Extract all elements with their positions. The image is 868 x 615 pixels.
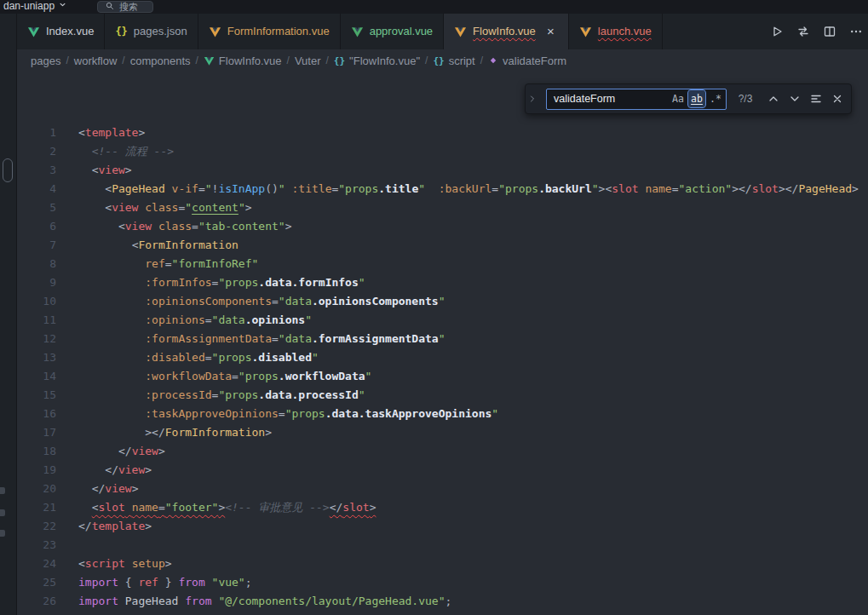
line-number[interactable]: 9 [17,273,56,292]
code-line[interactable]: 21 <slot name="footer"><!-- 审批意见 --></sl… [17,498,868,517]
code-text: <script setup> [56,555,172,573]
tab-pages-json[interactable]: {}pages.json [105,14,198,49]
main-area: Index.vue{}pages.jsonFormInformation.vue… [0,14,868,615]
code-text: import PageHead from "@/components/layou… [56,592,451,611]
line-number[interactable]: 22 [17,517,56,536]
breadcrumb-separator: / [425,55,428,66]
line-number[interactable]: 19 [17,461,56,480]
tab-launch-vue[interactable]: launch.vue [569,14,663,49]
line-number[interactable]: 12 [17,330,56,348]
tab-flowinfo-vue[interactable]: FlowInfo.vue× [444,14,569,49]
line-number[interactable]: 10 [17,292,56,311]
line-number[interactable]: 7 [17,236,56,255]
line-number[interactable]: 15 [17,386,56,405]
line-number[interactable]: 14 [17,367,56,386]
code-line[interactable]: 6 <view class="tab-content"> [17,217,868,236]
line-number[interactable]: 5 [17,198,56,217]
command-center-search[interactable]: 搜索 [97,1,153,13]
code-line[interactable]: 7 <FormInformation [17,236,868,255]
line-number[interactable]: 17 [17,423,56,442]
code-line[interactable]: 26import PageHead from "@/components/lay… [17,592,868,611]
line-number[interactable]: 23 [17,536,56,555]
find-input[interactable]: validateForm Aaab.* [546,89,727,110]
line-number[interactable]: 21 [17,498,56,517]
code-line[interactable]: 9 :formInfos="props.data.formInfos" [17,273,868,292]
line-number[interactable]: 2 [17,142,56,161]
code-line[interactable]: 8 ref="formInfoRef" [17,255,868,273]
breadcrumb-label: validateForm [503,55,566,67]
find-next-button[interactable] [785,90,803,108]
breadcrumb-label: components [130,55,191,67]
code-line[interactable]: 2 <!-- 流程 --> [17,142,868,161]
find-close-button[interactable] [828,90,846,108]
open-changes-button[interactable] [794,22,813,41]
line-number[interactable]: 1 [17,124,56,142]
code-line[interactable]: 25import { ref } from "vue"; [17,573,868,592]
code-line[interactable]: 5 <view class="content"> [17,198,868,217]
activity-strip [0,14,17,615]
breadcrumb-item-validateform[interactable]: validateForm [488,55,566,67]
code-line[interactable]: 13 :disabled="props.disabled" [17,348,868,367]
code-line[interactable]: 1<template> [17,124,868,142]
run-icon [770,25,784,38]
code-text [56,536,78,555]
line-number[interactable]: 25 [17,573,56,592]
code-text: <PageHead v-if="!isInApp()" :title="prop… [56,180,859,198]
line-number[interactable]: 3 [17,161,56,180]
code-line[interactable]: 14 :workflowData="props.workflowData" [17,367,868,386]
editor-actions [759,14,868,49]
toggle-replace-icon[interactable] [526,84,539,113]
code-line[interactable]: 20 </view> [17,480,868,498]
breadcrumb-item-workflow[interactable]: workflow [74,55,118,67]
breadcrumb-item-script[interactable]: {}script [433,55,474,67]
line-number[interactable]: 24 [17,555,56,573]
line-number[interactable]: 8 [17,255,56,273]
find-in-selection-button[interactable] [807,90,825,108]
tab-label: FlowInfo.vue [473,25,536,38]
code-line[interactable]: 24<script setup> [17,555,868,573]
code-line[interactable]: 10 :opinionsComponents="data.opinionsCom… [17,292,868,311]
whole-word-toggle[interactable]: ab [688,90,705,107]
line-number[interactable]: 11 [17,311,56,330]
code-line[interactable]: 12 :formAssignmentData="data.formAssignm… [17,330,868,348]
breadcrumb-item-flowinfo-vue[interactable]: FlowInfo.vue [204,55,282,67]
code-line[interactable]: 19 </view> [17,461,868,480]
workspace-switcher[interactable]: dan-uniapp [0,0,72,14]
line-number[interactable]: 6 [17,217,56,236]
code-line[interactable]: 3 <view> [17,161,868,180]
tab-approval-vue[interactable]: approval.vue [341,14,444,49]
regex-toggle[interactable]: .* [707,90,724,107]
code-line[interactable]: 17 ></FormInformation> [17,423,868,442]
find-previous-button[interactable] [764,90,782,108]
left-strip-handle[interactable] [3,158,13,182]
line-number[interactable]: 13 [17,348,56,367]
code-line[interactable]: 4 <PageHead v-if="!isInApp()" :title="pr… [17,180,868,198]
code-line[interactable]: 22</template> [17,517,868,536]
code-line[interactable]: 15 :processId="props.data.processId" [17,386,868,405]
breadcrumb-item-flowinfo-vue[interactable]: {}"FlowInfo.vue" [334,55,420,67]
line-number[interactable]: 26 [17,592,56,611]
close-icon[interactable]: × [543,25,558,39]
line-number[interactable]: 18 [17,442,56,461]
more-actions-button[interactable] [847,22,865,41]
run-button[interactable] [767,22,786,41]
breadcrumb-item-vuter[interactable]: Vuter [295,55,321,67]
line-number[interactable]: 16 [17,405,56,423]
breadcrumb-item-components[interactable]: components [130,55,191,67]
braces-icon: {} [334,55,345,66]
tab-index-vue[interactable]: Index.vue [17,14,105,49]
editor-pane: validateForm Aaab.* ?/3 1<template>2 <!-… [17,72,868,615]
find-nav [764,90,846,108]
code-line[interactable]: 18 </view> [17,442,868,461]
breadcrumb-item-pages[interactable]: pages [31,55,60,67]
code-line[interactable]: 11 :opinions="data.opinions" [17,311,868,330]
match-case-toggle[interactable]: Aa [670,90,687,107]
find-widget: validateForm Aaab.* ?/3 [525,83,852,114]
line-number[interactable]: 20 [17,480,56,498]
line-number[interactable]: 4 [17,180,56,198]
tab-forminformation-vue[interactable]: FormInformation.vue [198,14,341,49]
split-editor-button[interactable] [820,22,839,41]
breadcrumb-label: Vuter [295,55,321,67]
code-line[interactable]: 16 :taskApproveOpinions="props.data.task… [17,405,868,423]
code-line[interactable]: 23 [17,536,868,555]
